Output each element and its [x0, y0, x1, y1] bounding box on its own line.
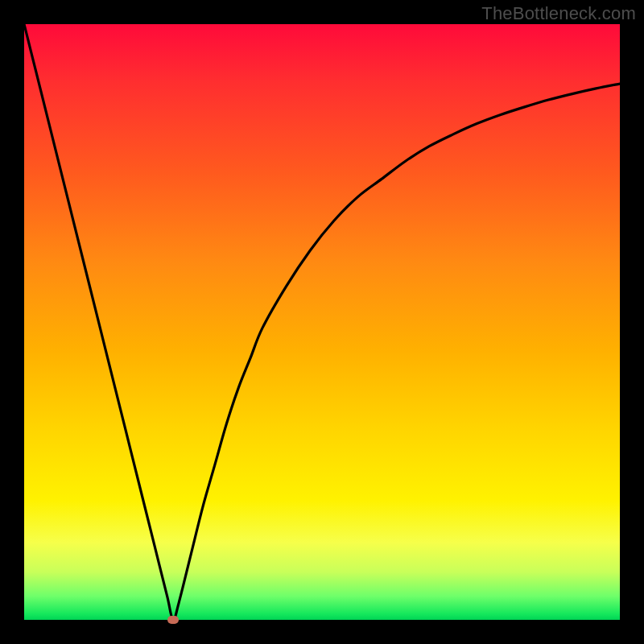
plot-area	[24, 24, 620, 620]
curve-layer	[24, 24, 620, 620]
chart-frame: TheBottleneck.com	[0, 0, 644, 644]
watermark-text: TheBottleneck.com	[481, 3, 636, 24]
bottleneck-curve	[24, 24, 620, 620]
minimum-marker	[167, 616, 179, 624]
